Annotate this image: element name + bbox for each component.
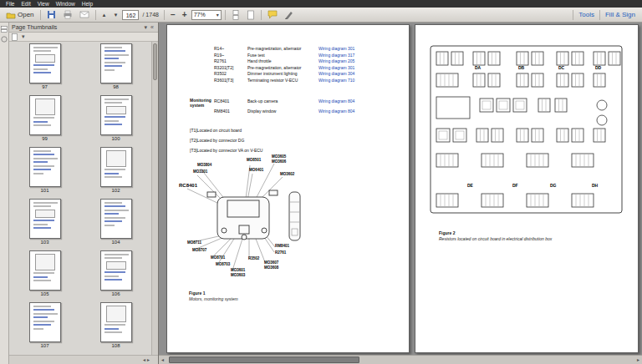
navigation-pane-strip: [0, 23, 9, 364]
thumbnail-image[interactable]: [29, 147, 61, 187]
save-icon: [47, 10, 56, 19]
page-thumbnails-panel-icon[interactable]: [1, 26, 8, 33]
menu-item-window[interactable]: Window: [53, 0, 79, 8]
thumbnail-page-106[interactable]: 106: [91, 250, 141, 302]
component-row: RM8401Display windowWiring diagram 804: [167, 109, 409, 119]
page-thumbnails-panel: Page Thumbnails ▾ « ▾ 979899100101102103…: [9, 23, 159, 364]
component-desc: Dimmer instrument lighting: [247, 71, 297, 76]
thumbnail-scrollbar[interactable]: [151, 42, 158, 355]
save-button[interactable]: [44, 9, 59, 21]
thumbnail-page-101[interactable]: 101: [20, 147, 70, 199]
menu-item-edit[interactable]: Edit: [18, 0, 33, 8]
thumbnail-image[interactable]: [29, 95, 61, 135]
previous-page-button[interactable]: ▲: [99, 9, 110, 21]
toolbar-separator: [225, 10, 226, 20]
figure1-callout-MO6401: MO6401: [249, 168, 263, 172]
thumbnail-image[interactable]: [29, 250, 61, 291]
wiring-diagram-link[interactable]: Wiring diagram 301: [318, 46, 354, 51]
panel-header: Page Thumbnails ▾ «: [9, 23, 158, 33]
hscroll-right-arrow[interactable]: ▸: [637, 357, 639, 362]
thumbnail-image[interactable]: [100, 199, 132, 239]
thumbnail-page-102[interactable]: 102: [91, 147, 141, 199]
single-page-button[interactable]: [244, 9, 257, 21]
thumbnail-page-99[interactable]: 99: [20, 95, 70, 147]
open-label: Open: [18, 11, 34, 18]
panel-toolbar: ▾: [9, 33, 158, 42]
wiring-diagram-link[interactable]: Wiring diagram 804: [318, 109, 354, 114]
thumbnail-page-103[interactable]: 103: [20, 199, 70, 250]
zoom-out-button[interactable]: −: [168, 9, 178, 21]
page-down-icon: ▼: [114, 13, 119, 18]
menu-item-file[interactable]: File: [3, 0, 18, 8]
mail-button[interactable]: [77, 9, 92, 21]
component-ref: R2761: [214, 58, 227, 63]
thumbnail-page-108[interactable]: 108: [91, 302, 141, 354]
circuit-board-drawing: [430, 45, 624, 215]
thumbnail-image[interactable]: [100, 43, 132, 83]
thumbnail-page-number: 99: [20, 136, 70, 141]
thumbnail-scrollbar-thumb[interactable]: [153, 43, 157, 80]
horizontal-scrollbar[interactable]: ◂ ▸: [159, 355, 642, 364]
scrolling-mode-button[interactable]: [229, 9, 242, 21]
thumbnail-page-97[interactable]: 97: [20, 43, 70, 95]
figure1-callout-MO8711: MO8711: [187, 240, 201, 245]
component-desc: Display window: [247, 109, 276, 114]
component-row: R3502Dimmer instrument lightingWiring di…: [167, 71, 407, 78]
tools-button[interactable]: Tools: [578, 11, 594, 18]
thumbnail-image[interactable]: [100, 302, 132, 342]
open-button[interactable]: Open: [3, 9, 37, 21]
wiring-diagram-link[interactable]: Wiring diagram 205: [318, 58, 354, 63]
print-button[interactable]: [60, 9, 75, 21]
panel-scroll-right-arrow[interactable]: ▸: [147, 357, 150, 362]
component-row: R3601[T3]Terminating resistor V-ECUWirin…: [167, 78, 407, 84]
zoom-value: 77%: [194, 12, 206, 18]
thumbnail-page-100[interactable]: 100: [91, 95, 141, 147]
wiring-diagram-link[interactable]: Wiring diagram 304: [318, 71, 354, 76]
connector-label-DH: DH: [592, 183, 598, 188]
figure1-callout-MO8703: MO8703: [216, 262, 230, 266]
comment-button[interactable]: [265, 9, 280, 21]
zoom-select[interactable]: 77% ▾: [191, 10, 222, 20]
thumbnail-options-caret-icon[interactable]: ▾: [20, 33, 27, 40]
wiring-diagram-link[interactable]: Wiring diagram 804: [318, 99, 354, 104]
component-desc: Fuse test: [247, 53, 265, 58]
thumbnail-image[interactable]: [100, 250, 132, 291]
panel-collapse-icon[interactable]: «: [149, 24, 155, 30]
figure1-label: Figure 1: [189, 291, 205, 296]
attachments-panel-icon[interactable]: [1, 36, 8, 43]
page-number-input[interactable]: 162: [122, 10, 139, 20]
fill-sign-button[interactable]: Fill & Sign: [605, 11, 635, 18]
thumbnail-page-98[interactable]: 98: [91, 43, 141, 95]
thumbnail-image[interactable]: [100, 147, 132, 187]
panel-scroll-left-arrow[interactable]: ◂: [143, 357, 145, 362]
sign-button[interactable]: [282, 9, 296, 21]
figure1-callout-MO3602: MO3602: [280, 172, 294, 176]
panel-options-icon[interactable]: ▾: [143, 24, 150, 31]
thumbnail-page-107[interactable]: 107: [20, 302, 70, 354]
component-ref: R19~: [214, 53, 224, 58]
thumbnail-image[interactable]: [29, 199, 61, 239]
menu-item-view[interactable]: View: [34, 0, 53, 8]
menu-item-help[interactable]: Help: [79, 0, 96, 8]
thumbnail-page-number: 107: [20, 343, 70, 348]
thumbnail-page-number: 105: [20, 291, 70, 296]
plus-icon: +: [182, 11, 187, 19]
hscroll-left-arrow[interactable]: ◂: [161, 357, 164, 362]
hscroll-thumb[interactable]: [169, 356, 359, 363]
resistor-table: R14~Pre-magnetization, alternatorWiring …: [167, 46, 407, 83]
thumbnail-size-icon[interactable]: [12, 33, 18, 41]
figure1-callout-MO3301: MO3301: [193, 169, 207, 174]
thumbnail-page-104[interactable]: 104: [91, 199, 141, 250]
wiring-diagram-link[interactable]: Wiring diagram 301: [318, 65, 354, 70]
thumbnail-page-number: 101: [20, 188, 70, 193]
thumbnail-image[interactable]: [29, 43, 61, 83]
connector-label-DE: DE: [467, 183, 473, 188]
thumbnail-image[interactable]: [100, 95, 132, 135]
wiring-diagram-link[interactable]: Wiring diagram 710: [318, 78, 354, 83]
thumbnail-page-105[interactable]: 105: [20, 250, 70, 302]
next-page-button[interactable]: ▼: [111, 9, 121, 21]
connector-label-DG: DG: [550, 183, 557, 188]
thumbnail-image[interactable]: [29, 302, 61, 342]
wiring-diagram-link[interactable]: Wiring diagram 317: [318, 53, 354, 58]
zoom-in-button[interactable]: +: [180, 9, 190, 21]
